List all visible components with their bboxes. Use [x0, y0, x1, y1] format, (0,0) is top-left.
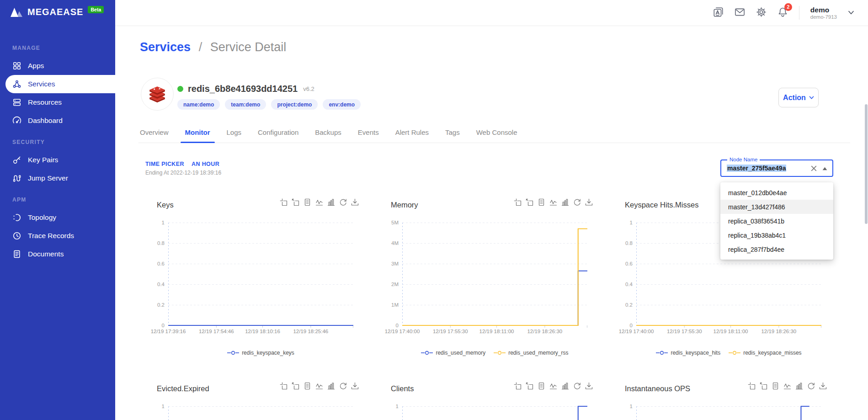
time-picker-button[interactable]: TIME PICKER [145, 161, 184, 167]
legend-item[interactable]: redis_used_memory [421, 350, 485, 356]
time-picker-ending: Ending At 2022-12-19 18:39:16 [145, 170, 221, 176]
tab-events[interactable]: Events [357, 128, 380, 143]
download-icon[interactable] [351, 382, 359, 390]
sidebar-item-documents[interactable]: Documents [0, 245, 115, 263]
node-option[interactable]: replica_19b38ab4c1 [720, 228, 833, 242]
box-select-icon[interactable] [280, 198, 288, 206]
legend-item[interactable]: redis_used_memory_rss [494, 350, 568, 356]
bell-icon[interactable]: 2 [777, 7, 788, 19]
line-chart-icon[interactable] [549, 382, 557, 390]
refresh-icon[interactable] [339, 382, 347, 390]
node-name-select[interactable]: Node Name master_275f5ae49a [720, 159, 833, 177]
sidebar-item-key-pairs[interactable]: Key Pairs [0, 151, 115, 169]
gear-icon[interactable] [756, 7, 767, 19]
language-icon[interactable] [713, 7, 724, 19]
tab-logs[interactable]: Logs [225, 128, 243, 143]
user-name: demo [810, 6, 837, 14]
notification-badge: 2 [784, 3, 792, 11]
download-icon[interactable] [351, 198, 359, 206]
bar-chart-icon[interactable] [327, 198, 335, 206]
mail-icon[interactable] [735, 7, 745, 19]
legend-item[interactable]: redis_keyspace_hits [656, 350, 720, 356]
refresh-icon[interactable] [573, 198, 581, 206]
data-view-icon[interactable] [304, 382, 311, 390]
node-option[interactable]: master_13d427f486 [720, 200, 833, 214]
zoom-reset-icon[interactable] [292, 382, 299, 390]
refresh-icon[interactable] [573, 382, 581, 390]
sidebar-section-label: APM [12, 197, 115, 203]
chevron-down-icon[interactable] [848, 9, 854, 17]
chart-plot [636, 406, 821, 420]
chart-legend: redis_keyspace_keys [157, 350, 365, 356]
tab-configuration[interactable]: Configuration [256, 128, 300, 143]
chart-legend: redis_used_memoryredis_used_memory_rss [391, 350, 599, 356]
y-axis-label: 0.2 [157, 302, 165, 308]
legend-label: redis_used_memory_rss [508, 350, 568, 356]
bar-chart-icon[interactable] [327, 382, 335, 390]
line-chart-icon[interactable] [315, 198, 323, 206]
zoom-reset-icon[interactable] [526, 382, 533, 390]
y-axis-label: 0.2 [625, 302, 633, 308]
tab-alert-rules[interactable]: Alert Rules [394, 128, 430, 143]
tab-web-console[interactable]: Web Console [475, 128, 519, 143]
sidebar-item-apps[interactable]: Apps [0, 57, 115, 75]
sidebar-item-label: Jump Server [28, 174, 68, 182]
node-option[interactable]: master_012db0e4ae [720, 186, 833, 200]
download-icon[interactable] [585, 198, 593, 206]
refresh-icon[interactable] [339, 198, 347, 206]
tab-overview[interactable]: Overview [138, 128, 170, 143]
refresh-icon[interactable] [807, 382, 815, 390]
sidebar-item-label: Resources [28, 98, 62, 106]
zoom-reset-icon[interactable] [760, 382, 767, 390]
data-view-icon[interactable] [538, 382, 545, 390]
sidebar-item-jump-server[interactable]: Jump Server [0, 169, 115, 187]
line-chart-icon[interactable] [315, 382, 323, 390]
box-select-icon[interactable] [748, 382, 756, 390]
data-view-icon[interactable] [304, 198, 311, 206]
sidebar-item-resources[interactable]: Resources [0, 93, 115, 112]
node-option[interactable]: replica_038f36541b [720, 214, 833, 228]
node-option[interactable]: replica_287f7bd4ee [720, 242, 833, 256]
legend-item[interactable]: redis_keyspace_misses [729, 350, 801, 356]
bar-chart-icon[interactable] [795, 382, 803, 390]
zoom-reset-icon[interactable] [292, 198, 299, 206]
chart-legend: redis_keyspace_hitsredis_keyspace_misses [625, 350, 833, 356]
bar-chart-icon[interactable] [561, 382, 569, 390]
line-chart-icon[interactable] [783, 382, 791, 390]
node-select-input[interactable]: master_275f5ae49a [727, 165, 810, 172]
tab-backups[interactable]: Backups [314, 128, 343, 143]
beta-badge: Beta [88, 6, 104, 13]
data-view-icon[interactable] [772, 382, 779, 390]
zoom-reset-icon[interactable] [526, 198, 533, 206]
sidebar-item-services[interactable]: Services [5, 75, 115, 93]
box-select-icon[interactable] [514, 198, 522, 206]
header: 2 demo demo-7913 [115, 0, 868, 26]
sidebar-item-dashboard[interactable]: Dashboard [0, 112, 115, 130]
services-icon [12, 80, 21, 89]
node-select-label: Node Name [727, 157, 760, 162]
legend-item[interactable]: redis_keyspace_keys [227, 350, 294, 356]
data-view-icon[interactable] [538, 198, 545, 206]
chevron-down-icon [809, 96, 814, 100]
clear-icon[interactable] [810, 165, 817, 172]
caret-up-icon[interactable] [822, 166, 828, 171]
user-menu[interactable]: demo demo-7913 [810, 6, 837, 20]
download-icon[interactable] [819, 382, 827, 390]
tab-monitor[interactable]: Monitor [184, 128, 212, 143]
bar-chart-icon[interactable] [561, 198, 569, 206]
sidebar-item-label: Key Pairs [28, 156, 58, 164]
box-select-icon[interactable] [514, 382, 522, 390]
scrollbar-thumb[interactable] [865, 104, 868, 224]
sidebar-item-topology[interactable]: Topology [0, 208, 115, 227]
brand-logo[interactable]: MEGAEASE Beta [10, 7, 104, 17]
time-range-button[interactable]: AN HOUR [192, 161, 219, 167]
tab-tags[interactable]: Tags [444, 128, 461, 143]
action-button[interactable]: Action [778, 88, 819, 107]
line-chart-icon[interactable] [549, 198, 557, 206]
chart-title: Memory [391, 201, 418, 209]
download-icon[interactable] [585, 382, 593, 390]
breadcrumb-services-link[interactable]: Services [140, 40, 191, 54]
sidebar-item-trace-records[interactable]: Trace Records [0, 227, 115, 245]
box-select-icon[interactable] [280, 382, 288, 390]
sidebar-section-label: SECURITY [12, 139, 115, 146]
